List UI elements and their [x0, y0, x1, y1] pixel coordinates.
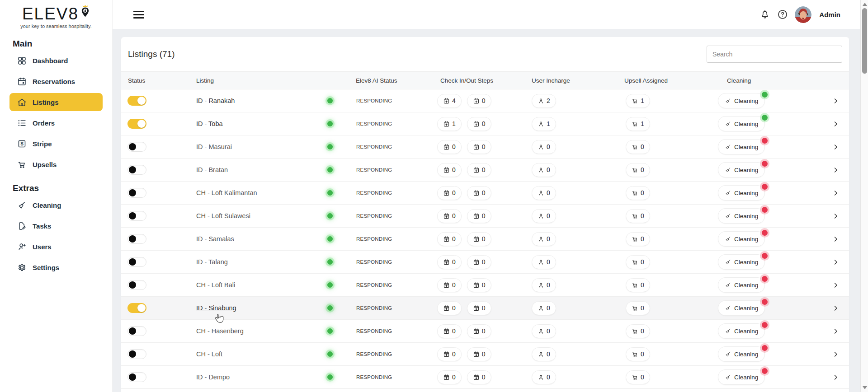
sidebar-item-users[interactable]: Users [9, 238, 103, 256]
checkin-steps-button[interactable]: 0 [437, 140, 462, 154]
table-row[interactable]: ID - Dempo RESPONDING 0 0 0 0 [121, 366, 849, 389]
checkout-steps-button[interactable]: 0 [467, 347, 491, 361]
checkin-steps-button[interactable]: 0 [437, 255, 462, 269]
table-row[interactable]: CH - Loft Kalimantan RESPONDING 0 0 0 [121, 182, 849, 205]
table-row[interactable]: CH - Loft Bali RESPONDING 0 0 0 [121, 274, 849, 297]
cleaning-button[interactable]: Cleaning [718, 208, 765, 224]
upsell-assigned-button[interactable]: 0 [626, 209, 650, 223]
table-row[interactable]: ID - Talang RESPONDING 0 0 0 0 [121, 251, 849, 274]
listing-name-link[interactable]: ID - Sinabung [196, 304, 236, 312]
sidebar-item-stripe[interactable]: SStripe [9, 135, 103, 153]
upsell-assigned-button[interactable]: 0 [626, 140, 650, 154]
status-toggle[interactable] [127, 234, 146, 244]
checkout-steps-button[interactable]: 0 [467, 324, 491, 338]
status-toggle[interactable] [127, 303, 146, 313]
row-chevron-right-icon[interactable] [832, 281, 840, 289]
row-chevron-right-icon[interactable] [832, 235, 840, 243]
user-incharge-button[interactable]: 0 [532, 186, 556, 200]
upsell-assigned-button[interactable]: 0 [626, 163, 650, 177]
checkout-steps-button[interactable]: 0 [467, 163, 491, 177]
scrollbar-up-arrow-icon[interactable] [863, 3, 867, 6]
table-row[interactable]: ID - Ranakah RESPONDING 4 0 2 [121, 89, 849, 112]
status-toggle[interactable] [127, 326, 146, 336]
status-toggle[interactable] [127, 188, 146, 198]
checkout-steps-button[interactable]: 0 [467, 186, 491, 200]
row-chevron-right-icon[interactable] [832, 212, 840, 220]
listing-name-link[interactable]: ID - Dempo [196, 373, 230, 381]
checkout-steps-button[interactable]: 0 [467, 370, 491, 384]
checkout-steps-button[interactable]: 0 [467, 278, 491, 292]
row-chevron-right-icon[interactable] [832, 120, 840, 128]
table-row[interactable]: ID - Bratan RESPONDING 0 0 0 0 [121, 159, 849, 182]
row-chevron-right-icon[interactable] [832, 304, 840, 312]
upsell-assigned-button[interactable]: 1 [626, 94, 650, 108]
row-chevron-right-icon[interactable] [832, 350, 840, 358]
status-toggle[interactable] [127, 119, 146, 129]
user-incharge-button[interactable]: 0 [532, 278, 556, 292]
checkout-steps-button[interactable]: 0 [467, 255, 491, 269]
checkin-steps-button[interactable]: 4 [437, 94, 462, 108]
user-name-label[interactable]: Admin [819, 11, 840, 19]
search-input[interactable] [707, 46, 842, 63]
row-chevron-right-icon[interactable] [832, 189, 840, 197]
avatar[interactable] [795, 6, 811, 23]
sidebar-item-orders[interactable]: Orders [9, 114, 103, 132]
checkin-steps-button[interactable]: 0 [437, 301, 462, 315]
user-incharge-button[interactable]: 0 [532, 370, 556, 384]
user-incharge-button[interactable]: 0 [532, 255, 556, 269]
listing-name-link[interactable]: CH - Loft [196, 350, 222, 358]
listing-name-link[interactable]: ID - Samalas [196, 235, 234, 243]
checkout-steps-button[interactable]: 0 [467, 117, 491, 131]
checkin-steps-button[interactable]: 0 [437, 163, 462, 177]
upsell-assigned-button[interactable]: 0 [626, 301, 650, 315]
row-chevron-right-icon[interactable] [832, 166, 840, 174]
sidebar-item-reservations[interactable]: Reservations [9, 72, 103, 90]
sidebar-item-dashboard[interactable]: Dashboard [9, 51, 103, 70]
scrollbar-down-arrow-icon[interactable] [863, 386, 867, 389]
table-row[interactable]: CH - Loft RESPONDING 0 0 0 0 [121, 343, 849, 366]
cleaning-button[interactable]: Cleaning [718, 93, 765, 108]
sidebar-item-upsells[interactable]: Upsells [9, 155, 103, 173]
checkin-steps-button[interactable]: 1 [437, 117, 462, 131]
listing-name-link[interactable]: CH - Hasenberg [196, 327, 244, 335]
row-chevron-right-icon[interactable] [832, 327, 840, 335]
status-toggle[interactable] [127, 349, 146, 359]
sidebar-item-listings[interactable]: Listings [9, 93, 103, 111]
listing-name-link[interactable]: ID - Toba [196, 120, 223, 127]
status-toggle[interactable] [127, 280, 146, 290]
user-incharge-button[interactable]: 0 [532, 301, 556, 315]
listing-name-link[interactable]: CH - Loft Bali [196, 281, 235, 289]
cleaning-button[interactable]: Cleaning [718, 116, 765, 131]
sidebar-item-cleaning[interactable]: Cleaning [9, 196, 103, 214]
upsell-assigned-button[interactable]: 1 [626, 117, 650, 131]
cleaning-button[interactable]: Cleaning [718, 139, 765, 154]
checkin-steps-button[interactable]: 0 [437, 347, 462, 361]
sidebar-item-tasks[interactable]: Tasks [9, 217, 103, 235]
scrollbar-thumb[interactable] [862, 8, 867, 74]
vertical-scrollbar[interactable] [860, 0, 868, 392]
status-toggle[interactable] [127, 257, 146, 267]
checkout-steps-button[interactable]: 0 [467, 94, 491, 108]
user-incharge-button[interactable]: 1 [532, 117, 556, 131]
cleaning-button[interactable]: Cleaning [718, 346, 765, 362]
cleaning-button[interactable]: Cleaning [718, 277, 765, 293]
cleaning-button[interactable]: Cleaning [718, 185, 765, 201]
status-toggle[interactable] [127, 165, 146, 175]
table-row[interactable]: CH - Hasenberg RESPONDING 0 0 0 [121, 320, 849, 343]
table-row[interactable]: ID - Toba RESPONDING 1 0 1 1 [121, 112, 849, 135]
row-chevron-right-icon[interactable] [832, 143, 840, 151]
upsell-assigned-button[interactable]: 0 [626, 370, 650, 384]
checkout-steps-button[interactable]: 0 [467, 232, 491, 246]
listing-name-link[interactable]: CH - Loft Kalimantan [196, 189, 257, 196]
table-row[interactable]: CH - Loft Sulawesi RESPONDING 0 0 0 [121, 205, 849, 228]
status-toggle[interactable] [127, 142, 146, 152]
row-chevron-right-icon[interactable] [832, 258, 840, 266]
cleaning-button[interactable]: Cleaning [718, 369, 765, 385]
table-row[interactable]: ID - Sinabung RESPONDING 0 0 0 [121, 297, 849, 320]
status-toggle[interactable] [127, 211, 146, 221]
table-row[interactable]: ID - Samalas RESPONDING 0 0 0 [121, 228, 849, 251]
checkin-steps-button[interactable]: 0 [437, 278, 462, 292]
cleaning-button[interactable]: Cleaning [718, 254, 765, 270]
row-chevron-right-icon[interactable] [832, 97, 840, 105]
checkout-steps-button[interactable]: 0 [467, 209, 491, 223]
